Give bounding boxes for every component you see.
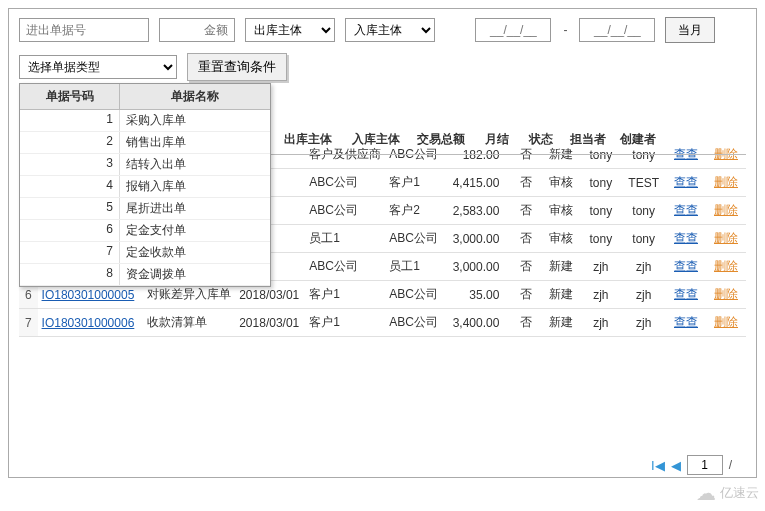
th-out: 出库主体 [271,125,345,154]
dropdown-item[interactable]: 4报销入库单 [20,176,270,198]
th-month: 月结 [475,125,519,154]
th-owner: 担当者 [563,125,613,154]
pager-slash: / [729,458,732,472]
dropdown-col-name: 单据名称 [120,84,270,109]
filter-panel: 出库主体 入库主体 - 当月 选择单据类型 重置查询条件 单据号码 单据名称 1… [8,8,757,478]
edit-link[interactable]: 查查 [674,175,698,189]
date-from-input[interactable] [475,18,551,42]
edit-link[interactable]: 查查 [674,315,698,329]
delete-link[interactable]: 删除 [714,259,738,273]
date-dash: - [563,23,567,37]
delete-link[interactable]: 删除 [714,315,738,329]
amount-input[interactable] [159,18,235,42]
doc-link[interactable]: IO180301000005 [42,288,135,302]
reset-button[interactable]: 重置查询条件 [187,53,287,81]
delete-link[interactable]: 删除 [714,231,738,245]
dropdown-item[interactable]: 1采购入库单 [20,110,270,132]
th-creator: 创建者 [613,125,663,154]
doc-type-select[interactable]: 选择单据类型 [19,55,177,79]
edit-link[interactable]: 查查 [674,259,698,273]
delete-link[interactable]: 删除 [714,287,738,301]
dropdown-item[interactable]: 8资金调拨单 [20,264,270,286]
th-amount: 交易总额 [407,125,475,154]
th-status: 状态 [519,125,563,154]
filter-row-2: 选择单据类型 重置查询条件 [19,53,746,81]
filter-row-1: 出库主体 入库主体 - 当月 [19,17,746,43]
dropdown-header: 单据号码 单据名称 [20,84,270,110]
dropdown-item[interactable]: 2销售出库单 [20,132,270,154]
doc-link[interactable]: IO180301000006 [42,316,135,330]
dropdown-item[interactable]: 3结转入出单 [20,154,270,176]
pager-first-icon[interactable]: I◀ [651,458,665,473]
watermark: ☁ 亿速云 [696,481,759,486]
date-to-input[interactable] [579,18,655,42]
dropdown-item[interactable]: 7定金收款单 [20,242,270,264]
dropdown-col-num: 单据号码 [20,84,120,109]
watermark-text: 亿速云 [720,484,759,486]
dropdown-item[interactable]: 6定金支付单 [20,220,270,242]
doc-no-input[interactable] [19,18,149,42]
cloud-icon: ☁ [696,481,716,486]
th-in: 入库主体 [345,125,407,154]
dropdown-item[interactable]: 5尾折进出单 [20,198,270,220]
pager-page-input[interactable] [687,455,723,475]
in-subject-select[interactable]: 入库主体 [345,18,435,42]
pager: I◀ ◀ / [651,455,732,475]
edit-link[interactable]: 查查 [674,231,698,245]
current-month-button[interactable]: 当月 [665,17,715,43]
delete-link[interactable]: 删除 [714,175,738,189]
out-subject-select[interactable]: 出库主体 [245,18,335,42]
delete-link[interactable]: 删除 [714,203,738,217]
edit-link[interactable]: 查查 [674,203,698,217]
doc-type-dropdown[interactable]: 单据号码 单据名称 1采购入库单2销售出库单3结转入出单4报销入库单5尾折进出单… [19,83,271,287]
pager-prev-icon[interactable]: ◀ [671,458,681,473]
table-row: 7IO180301000006收款清算单2018/03/01客户1ABC公司3,… [19,309,746,337]
table-header: 出库主体 入库主体 交易总额 月结 状态 担当者 创建者 [271,125,746,155]
edit-link[interactable]: 查查 [674,287,698,301]
